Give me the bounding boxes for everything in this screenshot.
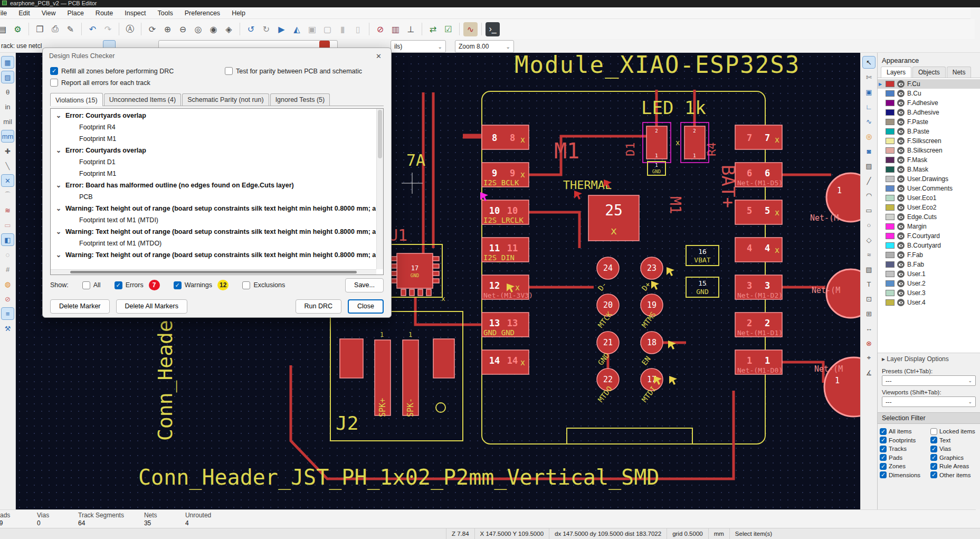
violation-row[interactable]: Warning: Text height out of range (board…: [52, 249, 376, 261]
lock-button[interactable]: ▮: [336, 22, 350, 36]
add-rule-area-tool[interactable]: ▨: [862, 159, 876, 172]
parity-test-option[interactable]: Test for parity between PCB and schemati…: [225, 67, 362, 75]
drc-button[interactable]: ☑: [441, 22, 455, 36]
appearance-tab[interactable]: Layers: [881, 67, 911, 78]
units-mm-button[interactable]: mm: [1, 130, 14, 143]
draw-rectangle-tool[interactable]: ▭: [862, 204, 876, 216]
visibility-eye-icon[interactable]: [897, 280, 905, 287]
draw-polygon-tool[interactable]: ◇: [862, 233, 876, 246]
chevron-down-icon[interactable]: [52, 145, 65, 156]
delete-marker-button[interactable]: Delete Marker: [50, 299, 110, 314]
visibility-eye-icon[interactable]: [897, 270, 905, 278]
zone-filled-toggle[interactable]: ◧: [1, 233, 14, 246]
highlight-net-tool[interactable]: ✄: [862, 71, 876, 83]
add-textbox-tool[interactable]: ⊡: [862, 292, 876, 305]
net-names-toggle[interactable]: #: [1, 263, 14, 276]
checkbox[interactable]: [930, 446, 937, 452]
add-dimension-tool[interactable]: ↔: [862, 322, 876, 335]
layer-row[interactable]: ▶ B.Silkscreen: [878, 146, 980, 155]
layer-row[interactable]: ▶ F.Cu: [878, 79, 980, 89]
visibility-eye-icon[interactable]: [897, 128, 905, 135]
draw-circle-tool[interactable]: ○: [862, 219, 876, 231]
layer-row[interactable]: ▶ F.Courtyard: [878, 231, 980, 241]
flip-board-button[interactable]: ▶: [274, 22, 289, 36]
track-display-toggle[interactable]: ⌒: [1, 189, 14, 202]
layer-color-swatch[interactable]: [886, 100, 895, 106]
visibility-eye-icon[interactable]: [897, 137, 905, 145]
checkbox[interactable]: [242, 281, 250, 289]
route-tracks-tool[interactable]: ∟: [862, 100, 876, 113]
pad-inspector-button[interactable]: ⊥: [404, 22, 418, 36]
menu-item[interactable]: Place: [62, 10, 90, 17]
zoom-out-button[interactable]: ⊖: [176, 22, 190, 36]
layer-color-swatch[interactable]: [886, 128, 895, 135]
violation-row[interactable]: Footprint M1: [52, 168, 376, 179]
board-setup-button[interactable]: ⚙: [11, 22, 25, 36]
layer-row[interactable]: ▶ F.Fab: [878, 250, 980, 260]
checkbox[interactable]: [930, 454, 937, 461]
violations-list[interactable]: Error: Courtyards overlap Footprint R4 F…: [50, 108, 384, 275]
layer-color-swatch[interactable]: [886, 81, 895, 87]
visibility-eye-icon[interactable]: [897, 299, 905, 306]
redo-button[interactable]: ↷: [101, 22, 115, 36]
visibility-eye-icon[interactable]: [897, 242, 905, 249]
m1-vertical[interactable]: M1: [667, 196, 684, 214]
layer-color-swatch[interactable]: [886, 299, 895, 306]
polar-coords-toggle[interactable]: θ: [1, 86, 14, 98]
thermal-pad[interactable]: THERMAL 25 x: [563, 178, 639, 241]
footprint-checker-button[interactable]: ⊘: [373, 22, 387, 36]
chevron-down-icon[interactable]: [65, 133, 79, 145]
severity-filter[interactable]: Warnings 12: [174, 280, 229, 290]
through-hole-pads[interactable]: 1 Net-(M Net-(M 1 Net-(M: [810, 173, 860, 417]
units-mils-button[interactable]: mil: [1, 115, 14, 128]
add-zone-tool[interactable]: ◙: [862, 145, 876, 157]
horizontal-scrollbar[interactable]: [51, 269, 376, 275]
add-text-tool[interactable]: T: [862, 278, 876, 290]
selection-filter-item[interactable]: Dimensions: [880, 471, 930, 480]
draw-line-tool[interactable]: ╱: [862, 174, 876, 187]
visibility-eye-icon[interactable]: [897, 147, 905, 154]
menu-item[interactable]: File: [0, 10, 13, 17]
zoom-in-button[interactable]: ⊕: [160, 22, 175, 36]
checkbox[interactable]: [930, 471, 937, 478]
layer-color-swatch[interactable]: [886, 204, 895, 211]
r4-designator[interactable]: R4: [705, 143, 718, 157]
layer-color-swatch[interactable]: [886, 138, 895, 144]
add-via-tool[interactable]: ◎: [862, 130, 876, 143]
chevron-down-icon[interactable]: [65, 214, 79, 226]
chevron-down-icon[interactable]: [52, 110, 65, 121]
visibility-eye-icon[interactable]: [897, 251, 905, 259]
appearance-tab[interactable]: Objects: [912, 67, 946, 78]
visibility-eye-icon[interactable]: [897, 194, 905, 202]
d1-designator[interactable]: D1: [624, 143, 637, 157]
violation-row[interactable]: Error: Courtyards overlap: [52, 145, 376, 156]
checkbox[interactable]: [880, 446, 887, 452]
chevron-down-icon[interactable]: [52, 249, 65, 261]
sep[interactable]: [141, 23, 141, 35]
checkbox[interactable]: [880, 454, 887, 461]
violation-row[interactable]: Warning: Text height out of range (board…: [52, 203, 376, 214]
library-inspector-button[interactable]: ▥: [388, 22, 403, 36]
layer-row[interactable]: ▶ B.Mask: [878, 165, 980, 174]
save-button[interactable]: ▤: [0, 22, 9, 36]
led-silk[interactable]: LED 1k: [641, 97, 706, 118]
selection-filter-item[interactable]: Pads: [880, 453, 930, 462]
drc-tab[interactable]: Violations (15): [50, 93, 103, 106]
zone-outline-toggle[interactable]: ◌: [1, 248, 14, 261]
violation-row[interactable]: Footprint R4: [52, 121, 376, 133]
layer-color-swatch[interactable]: [886, 280, 895, 287]
layer-color-swatch[interactable]: [886, 195, 895, 201]
group-button[interactable]: ▣: [305, 22, 319, 36]
ratsnest-curved-toggle[interactable]: ✕: [1, 174, 14, 187]
checkbox[interactable]: [930, 437, 937, 443]
measure-tool[interactable]: ∡: [862, 366, 876, 379]
ratsnest-hide-toggle[interactable]: ╲: [1, 159, 14, 172]
pad-column-left[interactable]: 8 8 x 9 9 x I2S_BCLK 10 10 I2S_LRCLK 11 …: [482, 125, 533, 374]
layer-row[interactable]: ▶ B.Adhesive: [878, 108, 980, 117]
chevron-down-icon[interactable]: [52, 179, 65, 191]
center-pad-grid[interactable]: 24 D- 23 D+ 20 MTCK 19 MTMS 21 GND 18 EN…: [596, 257, 663, 404]
selection-filter-item[interactable]: Zones: [880, 462, 930, 471]
visibility-eye-icon[interactable]: [897, 166, 905, 173]
appearance-tab[interactable]: Nets: [947, 67, 972, 78]
layer-row[interactable]: ▶ User.2: [878, 279, 980, 288]
